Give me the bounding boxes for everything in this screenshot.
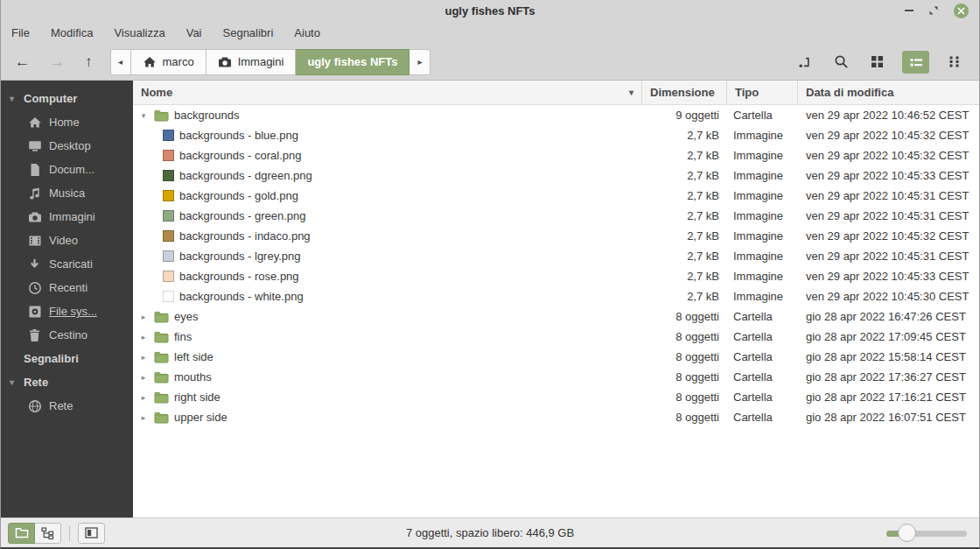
breadcrumb-immagini[interactable]: Immagini: [206, 49, 297, 75]
sidebar-item-rete[interactable]: Rete: [1, 394, 133, 418]
cell-type: Cartella: [727, 310, 798, 323]
image-thumbnail: [163, 130, 174, 141]
sidebar-section-computer[interactable]: ▾Computer: [1, 87, 133, 110]
sidebar-item-docum[interactable]: Docum...: [1, 158, 133, 181]
treeview-toggle-button[interactable]: [34, 523, 61, 544]
cell-type: Immagine: [727, 169, 798, 182]
expand-expander-icon[interactable]: ▸: [138, 313, 149, 321]
sidebar-item-desktop[interactable]: Desktop: [1, 134, 133, 158]
hide-sidebar-button[interactable]: [78, 523, 105, 544]
breadcrumb-scroll-right[interactable]: ▸: [410, 49, 430, 75]
expand-expander-icon[interactable]: ▸: [138, 393, 149, 402]
close-icon[interactable]: [954, 4, 969, 18]
file-name: backgrounds - rose.png: [179, 270, 299, 283]
compact-view-icon[interactable]: [944, 51, 965, 74]
column-header-nome[interactable]: Nome ▾: [133, 81, 642, 104]
table-row[interactable]: ▸upper side8 oggettiCartellagio 28 apr 2…: [133, 407, 979, 427]
back-icon[interactable]: ←: [15, 54, 30, 69]
image-thumbnail: [163, 250, 174, 262]
expand-expander-icon[interactable]: ▸: [138, 353, 149, 362]
sidebar-item-scaricati[interactable]: Scaricati: [1, 252, 133, 276]
table-row[interactable]: backgrounds - lgrey.png2,7 kBImmagineven…: [133, 246, 979, 266]
sidebar-section-rete[interactable]: ▾Rete: [1, 370, 133, 394]
table-row[interactable]: backgrounds - gold.png2,7 kBImmagineven …: [133, 186, 979, 206]
breadcrumb-marco[interactable]: marco: [131, 49, 206, 75]
cell-date: ven 29 apr 2022 10:45:32 CEST: [798, 149, 979, 162]
breadcrumb-ugly-fishes-nfts[interactable]: ugly fishes NFTs: [296, 49, 410, 75]
sidebar-item-home[interactable]: Home: [1, 110, 133, 134]
menu-vai[interactable]: Vai: [186, 26, 202, 39]
table-row[interactable]: backgrounds - coral.png2,7 kBImmagineven…: [133, 145, 979, 165]
cell-size: 2,7 kB: [642, 250, 727, 263]
sidebar-item-video[interactable]: Video: [1, 229, 133, 252]
column-header-tipo[interactable]: Tipo: [727, 81, 798, 104]
column-label: Tipo: [735, 86, 759, 99]
section-expander-icon: ▾: [7, 94, 17, 103]
menu-file[interactable]: File: [11, 26, 30, 39]
zoom-slider[interactable]: [886, 524, 967, 543]
statusbar-separator: [69, 525, 70, 541]
sidebar-item-immagini[interactable]: Immagini: [1, 205, 133, 229]
up-icon[interactable]: ↑: [85, 54, 93, 69]
cell-date: gio 28 apr 2022 17:09:45 CEST: [798, 330, 979, 343]
menu-modifica[interactable]: Modifica: [51, 26, 93, 39]
cell-date: ven 29 apr 2022 10:45:31 CEST: [798, 250, 979, 263]
breadcrumb: ◂marcoImmaginiugly fishes NFTs▸: [110, 49, 431, 75]
forward-icon[interactable]: →: [50, 54, 65, 69]
zoom-slider-handle[interactable]: [898, 524, 916, 542]
table-row[interactable]: backgrounds - rose.png2,7 kBImmagineven …: [133, 266, 979, 286]
sidebar-item-musica[interactable]: Musica: [1, 181, 133, 205]
folder-icon: [154, 331, 169, 343]
menu-aiuto[interactable]: Aiuto: [294, 26, 320, 39]
table-row[interactable]: ▸eyes8 oggettiCartellagio 28 apr 2022 16…: [133, 306, 979, 327]
sidebar-item-cestino[interactable]: Cestino: [1, 323, 133, 347]
section-label: Rete: [24, 376, 48, 389]
file-name: backgrounds - green.png: [179, 209, 306, 222]
column-header-dimensione[interactable]: Dimensione: [642, 81, 727, 104]
cell-name: ▸left side: [133, 350, 642, 363]
sidebar-item-recenti[interactable]: Recenti: [1, 276, 133, 299]
statusbar: 7 oggetti, spazio libero: 446,9 GB: [1, 517, 979, 547]
table-row[interactable]: ▾backgrounds9 oggettiCartellaven 29 apr …: [133, 105, 979, 125]
image-thumbnail: [163, 291, 174, 302]
table-row[interactable]: backgrounds - white.png2,7 kBImmagineven…: [133, 286, 979, 306]
breadcrumb-label: Immagini: [238, 55, 284, 68]
minimize-icon[interactable]: [905, 10, 914, 11]
list-view-icon[interactable]: [902, 51, 929, 74]
expand-expander-icon[interactable]: ▸: [138, 413, 149, 422]
expand-expander-icon[interactable]: ▸: [138, 333, 149, 341]
menu-visualizza[interactable]: Visualizza: [114, 26, 164, 39]
column-header-data[interactable]: Data di modifica: [798, 81, 979, 104]
download-icon: [27, 257, 42, 271]
sidebar-item-label: Home: [49, 116, 80, 129]
table-row[interactable]: ▸fins8 oggettiCartellagio 28 apr 2022 17…: [133, 327, 979, 347]
cell-date: ven 29 apr 2022 10:45:31 CEST: [798, 209, 979, 222]
table-row[interactable]: ▸left side8 oggettiCartellagio 28 apr 20…: [133, 347, 979, 367]
sidebar-item-file-sys[interactable]: File sys...: [1, 299, 133, 323]
table-row[interactable]: backgrounds - blue.png2,7 kBImmagineven …: [133, 125, 979, 145]
table-row[interactable]: backgrounds - green.png2,7 kBImmagineven…: [133, 206, 979, 226]
cell-date: ven 29 apr 2022 10:45:33 CEST: [798, 270, 979, 283]
breadcrumb-scroll-left[interactable]: ◂: [110, 49, 131, 75]
cell-name: ▸right side: [133, 391, 642, 404]
window-controls: [905, 0, 969, 21]
cell-size: 2,7 kB: [642, 229, 727, 243]
table-row[interactable]: backgrounds - indaco.png2,7 kBImmagineve…: [133, 226, 979, 246]
file-name: backgrounds - indaco.png: [179, 229, 311, 243]
edit-location-icon[interactable]: [794, 51, 816, 74]
collapse-expander-icon[interactable]: ▾: [138, 111, 149, 120]
table-row[interactable]: ▸mouths8 oggettiCartellagio 28 apr 2022 …: [133, 367, 979, 387]
file-name: right side: [174, 391, 220, 404]
table-row[interactable]: backgrounds - dgreen.png2,7 kBImmagineve…: [133, 165, 979, 186]
cell-name: backgrounds - green.png: [133, 209, 642, 222]
search-icon[interactable]: [830, 51, 851, 74]
home-icon: [143, 55, 157, 69]
places-toggle-button[interactable]: [8, 523, 35, 544]
menu-segnalibri[interactable]: Segnalibri: [223, 26, 274, 39]
expand-expander-icon[interactable]: ▸: [138, 373, 149, 382]
file-name: backgrounds - white.png: [179, 290, 304, 303]
maximize-icon[interactable]: [928, 5, 939, 16]
table-row[interactable]: ▸right side8 oggettiCartellagio 28 apr 2…: [133, 387, 979, 407]
grid-view-icon[interactable]: [866, 51, 887, 74]
cell-type: Immagine: [727, 189, 798, 202]
